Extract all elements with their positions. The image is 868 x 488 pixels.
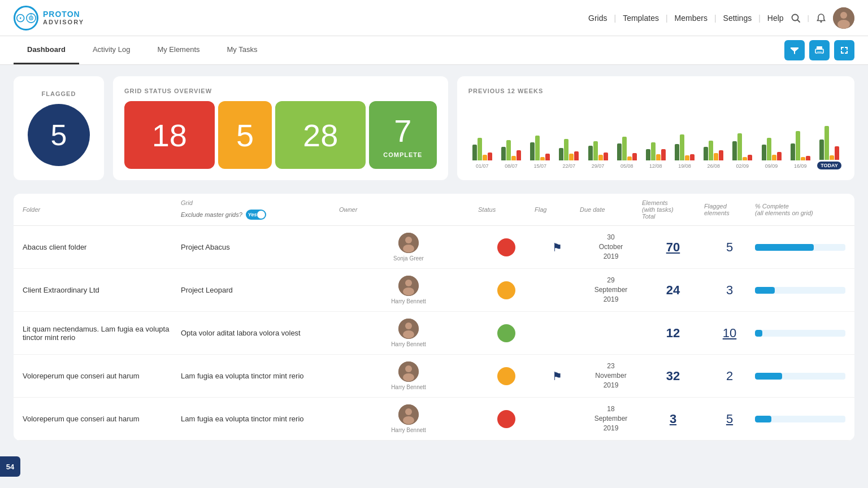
nav-sep-1: |: [614, 14, 616, 23]
status-block-red[interactable]: 18: [124, 101, 215, 169]
folder-name: Abacus client folder: [23, 243, 181, 251]
tab-dashboard[interactable]: Dashboard: [14, 36, 79, 64]
chart-bars-12: [819, 109, 839, 160]
nav-sep-5: |: [808, 14, 809, 22]
svg-point-8: [840, 12, 847, 19]
green-light-bar: [767, 138, 771, 160]
status-circle: [497, 324, 515, 342]
owner-avatar: [398, 276, 419, 296]
col-elements: Elements(with tasks)Total: [642, 199, 704, 220]
chart-date-4: 29/07: [592, 163, 605, 169]
elements-count: 12: [642, 326, 704, 341]
progress-bar-fill: [755, 330, 762, 337]
expand-button[interactable]: [834, 40, 854, 60]
table-row[interactable]: Voloreperum que conseri aut harum Lam fu…: [14, 398, 854, 441]
header: PROTON ADVISORY Grids | Templates | Memb…: [0, 0, 868, 36]
nav-help[interactable]: Help: [763, 11, 788, 25]
logo-icon: [14, 6, 38, 30]
tab-my-elements[interactable]: My Elements: [144, 36, 213, 64]
main-content: FLAGGED 5 GRID STATUS OVERVIEW 18 5 28 7: [0, 65, 868, 452]
green-dark-bar: [762, 145, 766, 160]
green-light-bar: [622, 137, 627, 160]
exclude-label: Exclude master grids?: [181, 211, 242, 218]
svg-point-22: [403, 330, 414, 338]
chart-date-8: 26/08: [707, 163, 720, 169]
chart-group-11: 16/09: [787, 110, 814, 169]
print-button[interactable]: [809, 40, 830, 60]
chart-group-0: 01/07: [468, 110, 496, 169]
user-avatar[interactable]: [833, 7, 854, 29]
status-circle: [497, 281, 515, 299]
svg-point-19: [403, 287, 414, 295]
filter-button[interactable]: [784, 40, 805, 60]
status-block-green[interactable]: 7 COMPLETE: [369, 101, 437, 169]
chart-group-5: 05/08: [613, 110, 641, 169]
orange-bar-bar: [656, 154, 661, 160]
owner-cell: Harry Bennett: [339, 319, 478, 347]
owner-cell: Harry Bennett: [339, 404, 478, 433]
table-row[interactable]: Client Extraordinary Ltd Project Leopard…: [14, 269, 854, 312]
table-row[interactable]: Voloreperum que conseri aut harum Lam fu…: [14, 355, 854, 398]
green-light-bar: [478, 138, 482, 160]
chart-date-12: TODAY: [817, 160, 841, 169]
flagged-value: 5: [51, 118, 67, 152]
nav-members[interactable]: Members: [670, 11, 712, 25]
status-block-yellow-green[interactable]: 28: [275, 101, 366, 169]
chart-date-3: 22/07: [563, 163, 576, 169]
due-date: 30October2019: [580, 233, 642, 261]
green-dark-bar: [472, 145, 477, 160]
chart-date-1: 08/07: [505, 163, 518, 169]
svg-point-27: [405, 408, 412, 415]
nav-templates[interactable]: Templates: [618, 11, 663, 25]
green-dark-bar: [675, 144, 679, 160]
svg-point-21: [405, 323, 412, 329]
chart-bars-8: [704, 110, 723, 160]
master-grids-toggle[interactable]: Yes: [246, 210, 266, 220]
notification-button[interactable]: [816, 13, 826, 23]
svg-line-5: [797, 20, 800, 22]
flagged-count[interactable]: 5: [704, 412, 755, 426]
nav-grids[interactable]: Grids: [584, 11, 611, 25]
owner-cell: Harry Bennett: [339, 276, 478, 304]
tab-my-tasks[interactable]: My Tasks: [214, 36, 271, 64]
chart-bars-4: [588, 110, 608, 160]
progress-cell: [755, 330, 845, 337]
nav-icons: |: [791, 7, 854, 29]
chart-date-7: 19/08: [678, 163, 691, 169]
status-block-orange[interactable]: 5: [218, 101, 272, 169]
svg-point-16: [403, 245, 414, 252]
chart-bars-0: [472, 110, 492, 160]
folder-name: Voloreperum que conseri aut harum: [23, 415, 181, 423]
flagged-count: 2: [704, 369, 755, 384]
col-grid-exclude: Grid Exclude master grids? Yes: [181, 199, 339, 220]
elements-count[interactable]: 70: [642, 240, 704, 255]
chart-bars-2: [530, 110, 550, 160]
owner-name: Harry Bennett: [391, 341, 426, 347]
data-table: Folder Grid Exclude master grids? Yes Ow…: [14, 194, 854, 441]
search-button[interactable]: [791, 13, 801, 23]
table-row[interactable]: Abacus client folder Project Abacus Sonj…: [14, 226, 854, 269]
flagged-count[interactable]: 10: [704, 326, 755, 341]
flag-cell: ⚑: [535, 369, 580, 383]
green-dark-bar: [501, 147, 506, 160]
table-row[interactable]: Lit quam nectendamus. Lam fugia ea volup…: [14, 312, 854, 355]
green-light-bar: [506, 140, 511, 160]
grid-name: Project Leopard: [181, 286, 339, 294]
progress-bar-fill: [755, 287, 775, 294]
elements-count[interactable]: 3: [642, 412, 704, 426]
chart-group-3: 22/07: [555, 110, 583, 169]
owner-name: Sonja Greer: [393, 255, 424, 262]
col-due-date: Due date: [580, 206, 642, 213]
tab-activity-log[interactable]: Activity Log: [79, 36, 144, 64]
status-cell: [478, 324, 535, 342]
nav-settings[interactable]: Settings: [719, 11, 757, 25]
red-bar-bar: [835, 146, 839, 160]
orange-bar-bar: [627, 156, 632, 160]
svg-point-9: [837, 20, 850, 29]
svg-point-2: [31, 17, 32, 19]
status-value-red: 18: [152, 117, 187, 154]
chart-bars-9: [732, 110, 752, 160]
col-pct-complete: % Complete(all elements on grid): [755, 203, 845, 216]
flagged-count: 5: [704, 240, 755, 255]
red-bar-bar: [661, 149, 666, 160]
